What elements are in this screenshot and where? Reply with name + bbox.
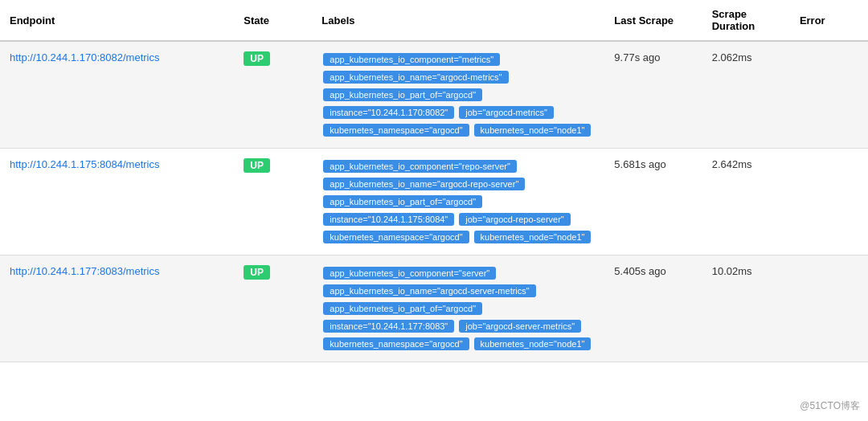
labels-cell: app_kubernetes_io_component="metrics"app…: [312, 41, 604, 149]
table-row: http://10.244.1.175:8084/metricsUPapp_ku…: [0, 149, 868, 255]
last-scrape-cell: 5.405s ago: [604, 255, 702, 362]
endpoint-link[interactable]: http://10.244.1.175:8084/metrics: [10, 158, 159, 170]
label-badge: instance="10.244.1.175:8084": [323, 213, 454, 226]
label-badge: app_kubernetes_io_component="metrics": [323, 53, 500, 66]
error-cell: [790, 41, 868, 149]
label-badge: job="argocd-server-metrics": [459, 320, 581, 333]
state-cell: UP: [234, 255, 312, 362]
header-state: State: [234, 0, 312, 41]
scrape-duration-cell: 2.062ms: [702, 41, 790, 149]
header-error: Error: [790, 0, 868, 41]
label-badge: instance="10.244.1.177:8083": [323, 320, 454, 333]
labels-cell: app_kubernetes_io_component="server"app_…: [312, 255, 604, 362]
endpoint-cell: http://10.244.1.177:8083/metrics: [0, 255, 234, 362]
status-badge: UP: [244, 158, 270, 173]
header-labels: Labels: [312, 0, 604, 41]
label-badge: job="argocd-repo-server": [459, 213, 570, 226]
header-endpoint: Endpoint: [0, 0, 234, 41]
labels-cell: app_kubernetes_io_component="repo-server…: [312, 149, 604, 255]
targets-table: Endpoint State Labels Last Scrape Scrape…: [0, 0, 868, 362]
label-badge: kubernetes_node="node1": [474, 231, 592, 243]
label-badge: app_kubernetes_io_part_of="argocd": [323, 88, 482, 101]
label-badge: job="argocd-metrics": [459, 106, 554, 119]
label-badge: app_kubernetes_io_component="server": [323, 267, 496, 280]
label-badge: app_kubernetes_io_name="argocd-metrics": [323, 71, 508, 84]
header-last-scrape: Last Scrape: [604, 0, 702, 41]
label-badge: kubernetes_namespace="argocd": [323, 231, 469, 243]
state-cell: UP: [234, 149, 312, 255]
label-badge: app_kubernetes_io_name="argocd-server-me…: [323, 284, 535, 297]
table-row: http://10.244.1.177:8083/metricsUPapp_ku…: [0, 255, 868, 362]
label-badge: kubernetes_namespace="argocd": [323, 337, 469, 350]
label-badge: kubernetes_node="node1": [474, 337, 592, 350]
label-badge: app_kubernetes_io_part_of="argocd": [323, 195, 482, 208]
endpoint-cell: http://10.244.1.170:8082/metrics: [0, 41, 234, 149]
last-scrape-cell: 9.77s ago: [604, 41, 702, 149]
label-badge: app_kubernetes_io_name="argocd-repo-serv…: [323, 178, 525, 190]
status-badge: UP: [244, 51, 270, 66]
label-badge: app_kubernetes_io_part_of="argocd": [323, 302, 482, 315]
scrape-duration-cell: 2.642ms: [702, 149, 790, 255]
label-badge: app_kubernetes_io_component="repo-server…: [323, 160, 517, 173]
label-badge: kubernetes_namespace="argocd": [323, 124, 469, 137]
error-cell: [790, 149, 868, 255]
scrape-duration-cell: 10.02ms: [702, 255, 790, 362]
error-cell: [790, 255, 868, 362]
endpoint-link[interactable]: http://10.244.1.170:8082/metrics: [10, 51, 159, 63]
status-badge: UP: [244, 265, 270, 280]
label-badge: instance="10.244.1.170:8082": [323, 106, 454, 119]
last-scrape-cell: 5.681s ago: [604, 149, 702, 255]
endpoint-link[interactable]: http://10.244.1.177:8083/metrics: [10, 265, 159, 277]
endpoint-cell: http://10.244.1.175:8084/metrics: [0, 149, 234, 255]
table-row: http://10.244.1.170:8082/metricsUPapp_ku…: [0, 41, 868, 149]
state-cell: UP: [234, 41, 312, 149]
label-badge: kubernetes_node="node1": [474, 124, 592, 137]
header-scrape-duration: Scrape Duration: [702, 0, 790, 41]
